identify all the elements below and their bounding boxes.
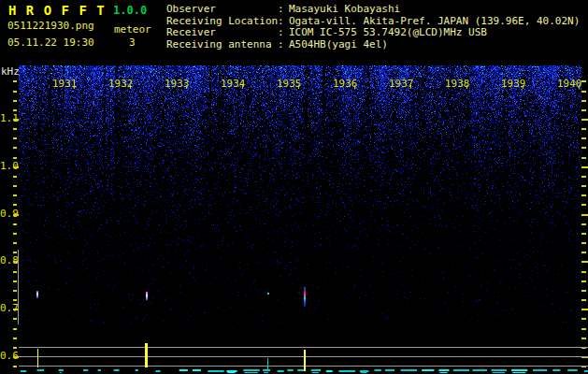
freq-tick-left	[13, 176, 17, 178]
app-title: H R O F F T	[8, 3, 106, 18]
freq-tick-right	[581, 318, 586, 320]
freq-tick-right	[581, 91, 586, 93]
freq-label: 0.6	[0, 352, 13, 361]
info-row-observer: Observer:Masayuki Kobayashi	[166, 4, 580, 16]
freq-tick-left	[13, 271, 17, 273]
freq-tick-right	[581, 252, 586, 253]
freq-tick-left	[13, 185, 17, 187]
freq-tick-left	[13, 280, 17, 282]
freq-tick-right	[581, 80, 586, 82]
minute-tick	[130, 85, 131, 89]
freq-tick-left	[13, 109, 17, 111]
info-row-antenna: Receiving antenna:A504HB(yagi 4el)	[166, 39, 580, 51]
freq-tick-left	[13, 338, 17, 339]
minute-tick	[354, 85, 355, 89]
freq-tick-left	[13, 91, 17, 93]
freq-label: 0.8	[0, 256, 13, 266]
freq-tick-right	[581, 280, 586, 282]
info-value: Masayuki Kobayashi	[289, 4, 400, 16]
info-label: Receiving antenna	[166, 39, 278, 51]
freq-label: 1.0	[0, 162, 13, 171]
meteor-echo-2	[146, 292, 148, 300]
minute-tick	[242, 85, 243, 89]
minute-tick	[523, 85, 523, 89]
freq-tick-right	[581, 166, 588, 168]
freq-tick-left	[13, 366, 17, 367]
freq-tick-left	[13, 166, 19, 168]
amplitude-spike-3	[304, 350, 306, 371]
freq-tick-right	[581, 309, 588, 310]
info-colon: :	[278, 27, 289, 39]
freq-tick-right	[581, 299, 586, 301]
freq-tick-right	[581, 194, 586, 196]
freq-tick-right	[581, 176, 586, 178]
freq-tick-left	[13, 204, 17, 206]
freq-tick-left	[13, 318, 17, 320]
freq-tick-left	[13, 328, 17, 330]
freq-tick-right	[581, 271, 586, 273]
minute-tick	[298, 85, 299, 89]
station-info: Observer:Masayuki Kobayashi Receiving Lo…	[166, 4, 580, 50]
freq-tick-left	[13, 252, 17, 253]
freq-tick-left	[13, 128, 17, 130]
freq-tick-left	[13, 223, 17, 225]
minute-tick	[186, 85, 187, 89]
freq-tick-left	[13, 242, 17, 244]
info-value: A504HB(yagi 4el)	[289, 39, 388, 51]
mode-label: meteor	[114, 23, 151, 36]
freq-tick-left	[13, 100, 17, 102]
freq-tick-right	[581, 109, 586, 111]
info-value: ICOM IC-575 53.7492(@LCD)MHz USB	[289, 27, 487, 39]
ref-line	[19, 347, 588, 348]
info-colon: :	[278, 39, 289, 51]
freq-tick-right	[581, 185, 586, 187]
freq-tick-right	[581, 338, 586, 339]
freq-tick-right	[581, 290, 586, 292]
minute-tick	[74, 85, 75, 89]
freq-tick-left	[13, 157, 17, 159]
freq-tick-left	[13, 347, 17, 349]
minute-tick	[466, 85, 467, 89]
amplitude-spike-2	[145, 343, 148, 367]
amplitude-spike-1	[37, 349, 38, 367]
freq-tick-left	[13, 233, 17, 235]
noise-spike	[267, 358, 268, 371]
freq-tick-left	[13, 147, 17, 149]
freq-tick-right	[581, 328, 586, 330]
spectrogram-canvas	[19, 65, 588, 374]
freq-tick-left	[13, 299, 17, 301]
meteor-count: 3	[129, 36, 136, 49]
left-border-line	[18, 250, 19, 324]
meteor-echo-4	[304, 287, 306, 307]
freq-tick-left	[13, 137, 17, 139]
info-label: Receiver	[166, 27, 278, 39]
freq-tick-left	[13, 80, 17, 82]
freq-tick-right	[581, 147, 586, 149]
y-axis-unit: kHz	[1, 65, 20, 78]
freq-tick-right	[581, 233, 586, 235]
freq-tick-left	[13, 194, 17, 196]
info-colon: :	[278, 4, 289, 16]
freq-label: 0.7	[0, 304, 13, 313]
freq-tick-right	[581, 242, 586, 244]
freq-tick-right	[581, 119, 588, 121]
freq-tick-left	[13, 214, 19, 216]
datetime-label: 05.11.22 19:30	[7, 36, 94, 49]
freq-tick-right	[581, 223, 586, 225]
freq-tick-right	[581, 157, 586, 159]
output-filename: 0511221930.png	[7, 20, 94, 32]
freq-tick-right	[581, 137, 586, 139]
info-row-receiver: Receiver:ICOM IC-575 53.7492(@LCD)MHz US…	[166, 27, 580, 39]
freq-tick-left	[13, 119, 19, 121]
freq-tick-right	[581, 128, 586, 130]
meteor-echo-1	[36, 291, 38, 298]
meteor-echo-3	[267, 293, 269, 295]
app-version: 1.0.0	[113, 4, 147, 17]
info-label: Observer	[166, 4, 278, 16]
minute-tick	[579, 85, 580, 89]
freq-tick-right	[581, 214, 588, 216]
freq-label: 1.1	[0, 114, 13, 123]
freq-tick-right	[581, 204, 586, 206]
minute-tick	[410, 85, 411, 89]
hrofft-window: H R O F F T 1.0.0 0511221930.png meteor …	[0, 0, 588, 374]
